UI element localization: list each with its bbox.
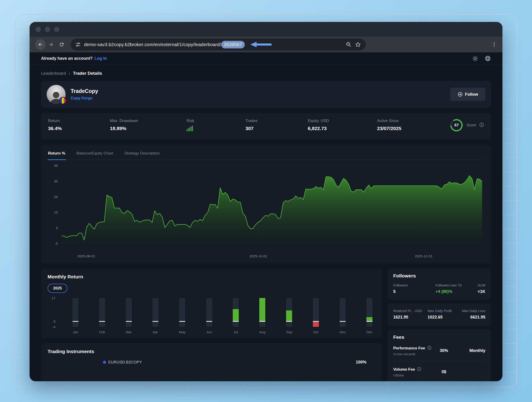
month-track (233, 298, 239, 327)
month-column: Jan (72, 298, 78, 334)
month-zero-line (99, 321, 105, 322)
stat-label: Return (48, 118, 110, 123)
window-dot[interactable] (54, 27, 59, 32)
bookmark-star-icon[interactable] (355, 42, 361, 48)
window-header (30, 22, 502, 37)
followers-stat-item: Followers last 7d+4 (80)% (436, 283, 478, 294)
month-zero-line (233, 321, 239, 322)
month-column: Oct (313, 298, 319, 334)
year-filter-chip[interactable]: 2025 (48, 284, 67, 293)
instrument-legend-label: EURUSD.B2COPY (108, 360, 142, 365)
month-bar (367, 317, 373, 321)
zoom-out-icon[interactable] (346, 42, 352, 48)
month-label: Jul (234, 330, 238, 334)
month-label: Oct (313, 330, 318, 334)
stat-label: Trades (246, 118, 308, 123)
svg-text:15: 15 (54, 210, 58, 214)
follow-button[interactable]: Follow (450, 88, 485, 101)
tab-return-[interactable]: Return % (48, 149, 66, 160)
window-dot[interactable] (36, 27, 41, 32)
month-track (99, 298, 105, 327)
broker-link[interactable]: Copy Forge (71, 96, 98, 100)
month-column: Jun (206, 298, 212, 334)
pl-stat-value: 1022.65 (428, 315, 462, 320)
month-bar (259, 298, 265, 321)
score-value: 67 (450, 118, 463, 132)
svg-text:2025-08-01: 2025-08-01 (77, 254, 95, 258)
month-label: Aug (259, 330, 266, 334)
tab-strategy-description[interactable]: Strategy Description (124, 149, 160, 160)
month-column: Jul (233, 298, 239, 334)
stat-value: 23/07/2025 (377, 126, 450, 131)
fee-name: Performance Fee% from net profit (393, 346, 433, 356)
browser-window: demo-sav3.b2copy.b2broker.com/en/externa… (30, 22, 502, 381)
reload-button[interactable] (56, 39, 67, 50)
breadcrumb-current: Trader Details (73, 71, 102, 76)
login-link[interactable]: Log In (95, 56, 107, 61)
month-zero-line (259, 321, 265, 322)
window-dot[interactable] (45, 27, 50, 32)
stat-item: Equity, USD6,822.73 (308, 118, 377, 132)
trading-instruments-card: Trading Instruments EURUSD.B2COPY100% (41, 343, 382, 381)
pl-stat-value: 6621.95 (462, 315, 485, 320)
followers-stat-item: AUM<1K (477, 283, 485, 294)
instrument-legend-dot-icon (103, 361, 106, 364)
back-button[interactable] (35, 39, 46, 50)
breadcrumb-leaderboard[interactable]: Leaderboard (41, 71, 66, 76)
month-bar (313, 321, 319, 327)
svg-text:5: 5 (56, 226, 58, 230)
month-track (206, 298, 212, 327)
instruments-donut-chart (60, 371, 125, 381)
forward-button[interactable] (46, 39, 56, 50)
tab-balance-equity-chart[interactable]: Balance/Equity Chart (76, 149, 114, 160)
followers-stat-item: Followers5 (393, 283, 436, 294)
month-column: Apr (152, 298, 158, 334)
svg-text:-5: -5 (55, 241, 58, 245)
month-bar (286, 310, 292, 322)
browser-menu-icon[interactable] (491, 42, 497, 47)
pl-stat-label: Max Daily Profit (428, 309, 462, 313)
followers-stat-label: Followers (393, 283, 436, 287)
address-bar[interactable]: demo-sav3.b2copy.b2broker.com/en/externa… (71, 38, 366, 50)
breadcrumb-separator-icon: › (69, 71, 70, 76)
svg-text:25: 25 (54, 195, 58, 199)
stat-label: Risk (187, 118, 246, 123)
month-zero-line (340, 321, 346, 322)
return-chart-card: Return %Balance/Equity ChartStrategy Des… (41, 145, 491, 263)
theme-sun-icon[interactable] (472, 56, 478, 62)
url-text[interactable]: demo-sav3.b2copy.b2broker.com/en/externa… (84, 41, 245, 49)
stat-item: Risk (187, 118, 246, 132)
followers-stat-value: +4 (80)% (436, 289, 478, 294)
fee-sublabel: USD/lot (393, 374, 433, 377)
stat-label: Active Since (377, 118, 450, 123)
score-label: Score (466, 123, 476, 127)
info-icon[interactable] (417, 367, 421, 372)
url-highlight[interactable]: 2639567 (221, 41, 245, 49)
info-icon[interactable] (427, 346, 431, 351)
month-zero-line (206, 321, 212, 322)
month-track (286, 298, 292, 327)
fee-value: 30% (433, 348, 455, 353)
monthly-return-title: Monthly Return (48, 274, 376, 279)
month-column: Nov (339, 298, 346, 334)
month-label: Apr (153, 330, 158, 334)
language-globe-icon[interactable] (485, 55, 491, 62)
month-column: Feb (99, 298, 105, 334)
instrument-legend-item: EURUSD.B2COPY (103, 360, 142, 365)
month-track (179, 298, 185, 327)
month-zero-line (179, 321, 185, 322)
page-content: Already have an account?Log In Leaderboa… (30, 52, 502, 381)
score-ring: 67 (450, 118, 463, 132)
chart-tabs: Return %Balance/Equity ChartStrategy Des… (48, 149, 484, 160)
browser-toolbar: demo-sav3.b2copy.b2broker.com/en/externa… (30, 37, 502, 52)
month-track (313, 298, 319, 327)
tune-icon[interactable] (75, 42, 81, 47)
monthly-y-tick: 0 (54, 319, 55, 323)
instrument-percent: 100% (356, 360, 367, 365)
stats-card: Return36.4%Max. Drawdown18.89%RiskTrades… (41, 113, 491, 140)
score-info-icon[interactable] (479, 123, 484, 128)
stat-label: Equity, USD (308, 118, 377, 123)
month-column: Mar (126, 298, 132, 334)
month-zero-line (367, 321, 373, 322)
return-chart: 453525155-52025-08-012025-10-012025-12-0… (48, 162, 484, 261)
